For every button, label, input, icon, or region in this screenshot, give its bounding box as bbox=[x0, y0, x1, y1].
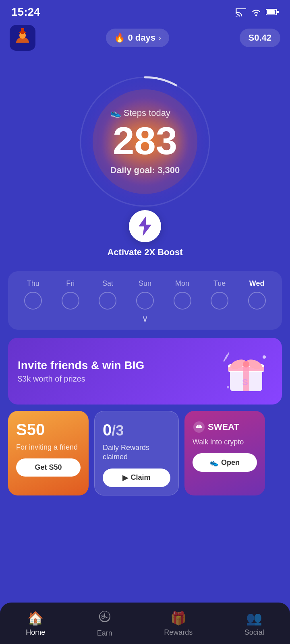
step-circle: 👟 Steps today 283 Daily goal: 3,300 bbox=[68, 65, 222, 218]
nav-social-label: Social bbox=[244, 628, 264, 637]
bottom-nav: 🏠 Home S Earn 🎁 Rewards 👥 Social bbox=[0, 603, 290, 644]
balance-badge[interactable]: S0.42 bbox=[240, 29, 281, 47]
card-rewards-button[interactable]: ▶ Claim bbox=[103, 469, 170, 487]
day-sat: Sat bbox=[99, 279, 116, 310]
status-icons bbox=[235, 8, 279, 17]
avatar[interactable] bbox=[10, 25, 35, 51]
weekly-expand[interactable]: ∨ bbox=[14, 314, 276, 324]
day-thu: Thu bbox=[24, 279, 42, 310]
card-rewards-button-label: Claim bbox=[130, 473, 150, 482]
card-invite-button[interactable]: Get S50 bbox=[16, 458, 81, 477]
day-wed: Wed bbox=[248, 279, 266, 310]
rewards-icon: 🎁 bbox=[170, 611, 186, 626]
steps-label: 👟 Steps today bbox=[110, 108, 180, 118]
day-circle-mon bbox=[174, 292, 191, 310]
card-sweat-subtitle: Walk into crypto bbox=[193, 438, 257, 447]
cards-row: S50 For inviting a friend Get S50 0/3 Da… bbox=[8, 411, 282, 495]
balance-text: S0.42 bbox=[249, 33, 272, 43]
invite-subtitle: $3k worth of prizes bbox=[18, 374, 144, 384]
card-sweat[interactable]: SWEAT Walk into crypto 👟 Open bbox=[184, 411, 265, 495]
svg-point-18 bbox=[227, 386, 229, 388]
day-circle-fri bbox=[62, 292, 79, 310]
day-circle-sun bbox=[136, 292, 154, 310]
cast-icon bbox=[235, 8, 246, 17]
day-sun: Sun bbox=[136, 279, 154, 310]
svg-point-16 bbox=[243, 361, 249, 367]
card-sweat-button[interactable]: 👟 Open bbox=[193, 453, 257, 472]
steps-btn-icon: 👟 bbox=[210, 458, 219, 467]
status-time: 15:24 bbox=[11, 6, 40, 19]
svg-rect-2 bbox=[277, 11, 279, 13]
nav-social[interactable]: 👥 Social bbox=[244, 611, 264, 637]
status-bar: 15:24 bbox=[0, 0, 290, 22]
day-label-tue: Tue bbox=[213, 279, 226, 288]
card-sweat-brand: SWEAT bbox=[193, 421, 257, 433]
step-section: 👟 Steps today 283 Daily goal: 3,300 Acti… bbox=[0, 57, 290, 262]
card-sweat-button-label: Open bbox=[221, 458, 240, 467]
day-label-sun: Sun bbox=[139, 279, 151, 288]
invite-banner[interactable]: Invite friends & win BIG $3k worth of pr… bbox=[8, 338, 282, 405]
top-bar: 🔥 0 days › S0.42 bbox=[0, 22, 290, 57]
nav-earn-label: Earn bbox=[97, 629, 112, 638]
nav-rewards-label: Rewards bbox=[164, 628, 193, 637]
card-invite-amount: S50 bbox=[16, 421, 81, 439]
weekly-section: Thu Fri Sat Sun Mon Tue bbox=[8, 271, 282, 330]
day-fri: Fri bbox=[62, 279, 79, 310]
day-label-wed: Wed bbox=[249, 279, 265, 288]
step-display: 👟 Steps today 283 Daily goal: 3,300 bbox=[110, 108, 180, 175]
day-label-sat: Sat bbox=[102, 279, 113, 288]
card-invite[interactable]: S50 For inviting a friend Get S50 bbox=[8, 411, 89, 495]
lightning-icon bbox=[137, 216, 153, 236]
avatar-image bbox=[13, 28, 32, 47]
boost-label: Activate 2X Boost bbox=[107, 247, 182, 258]
days-row: Thu Fri Sat Sun Mon Tue bbox=[14, 279, 276, 310]
streak-chevron: › bbox=[159, 34, 161, 42]
day-circle-tue bbox=[211, 292, 228, 310]
day-label-mon: Mon bbox=[175, 279, 189, 288]
card-rewards[interactable]: 0/3 Daily Rewards claimed ▶ Claim bbox=[94, 411, 179, 495]
fire-icon: 🔥 bbox=[114, 33, 125, 43]
card-rewards-amount: 0/3 bbox=[103, 421, 170, 439]
card-invite-button-label: Get S50 bbox=[35, 463, 62, 472]
day-label-fri: Fri bbox=[66, 279, 75, 288]
day-mon: Mon bbox=[174, 279, 191, 310]
day-circle-sat bbox=[99, 292, 116, 310]
streak-badge[interactable]: 🔥 0 days › bbox=[106, 29, 170, 47]
nav-home[interactable]: 🏠 Home bbox=[26, 611, 45, 637]
invite-title: Invite friends & win BIG bbox=[18, 359, 144, 372]
social-icon: 👥 bbox=[246, 611, 262, 626]
battery-icon bbox=[266, 8, 279, 16]
svg-rect-5 bbox=[21, 28, 24, 34]
streak-text: 0 days bbox=[128, 33, 156, 43]
svg-point-17 bbox=[263, 355, 266, 359]
wifi-icon bbox=[251, 8, 262, 17]
play-icon: ▶ bbox=[122, 473, 128, 482]
steps-icon: 👟 bbox=[110, 108, 121, 118]
gift-icon: S bbox=[220, 349, 272, 393]
day-circle-thu bbox=[24, 292, 42, 310]
svg-rect-1 bbox=[267, 10, 275, 14]
nav-rewards[interactable]: 🎁 Rewards bbox=[164, 611, 193, 637]
svg-text:S: S bbox=[242, 377, 248, 387]
day-circle-wed bbox=[248, 292, 266, 310]
steps-goal: Daily goal: 3,300 bbox=[110, 165, 180, 175]
earn-icon: S bbox=[98, 610, 112, 627]
sweat-brand-label: SWEAT bbox=[208, 422, 239, 432]
nav-home-label: Home bbox=[26, 628, 45, 637]
day-tue: Tue bbox=[211, 279, 228, 310]
steps-count: 283 bbox=[110, 122, 180, 160]
home-icon: 🏠 bbox=[27, 611, 44, 626]
day-label-thu: Thu bbox=[27, 279, 39, 288]
sweat-logo-icon bbox=[193, 421, 205, 433]
card-invite-subtitle: For inviting a friend bbox=[16, 443, 81, 452]
card-rewards-subtitle: Daily Rewards claimed bbox=[103, 443, 170, 462]
invite-text: Invite friends & win BIG $3k worth of pr… bbox=[18, 359, 144, 384]
nav-earn[interactable]: S Earn bbox=[97, 610, 112, 638]
svg-text:S: S bbox=[101, 613, 105, 620]
